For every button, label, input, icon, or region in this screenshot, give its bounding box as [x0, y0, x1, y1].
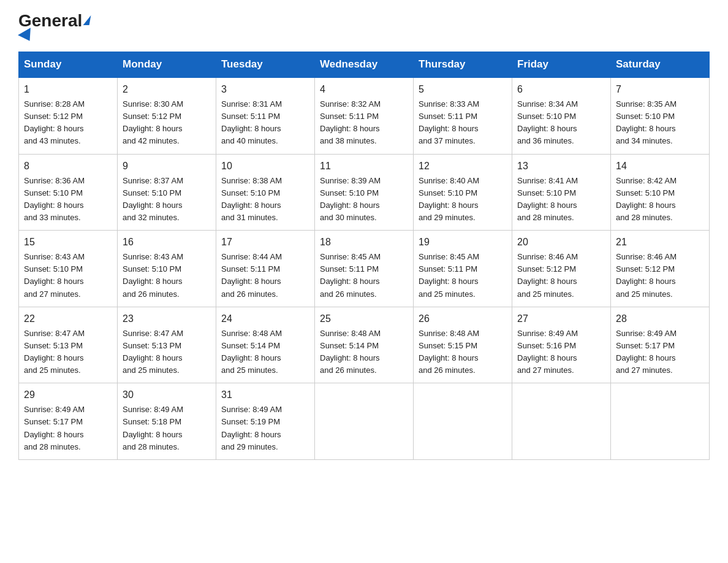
day-number: 20 [517, 235, 605, 250]
calendar-cell: 6 Sunrise: 8:34 AMSunset: 5:10 PMDayligh… [512, 77, 611, 154]
day-number: 8 [24, 159, 112, 174]
calendar-week-row: 22 Sunrise: 8:47 AMSunset: 5:13 PMDaylig… [19, 307, 710, 383]
day-info: Sunrise: 8:47 AMSunset: 5:13 PMDaylight:… [24, 327, 112, 377]
day-number: 13 [517, 159, 605, 174]
calendar-cell: 24 Sunrise: 8:48 AMSunset: 5:14 PMDaylig… [216, 307, 315, 383]
day-number: 26 [419, 312, 507, 326]
calendar-table: SundayMondayTuesdayWednesdayThursdayFrid… [18, 52, 710, 460]
calendar-cell: 31 Sunrise: 8:49 AMSunset: 5:19 PMDaylig… [216, 383, 315, 460]
day-number: 5 [419, 82, 507, 97]
calendar-cell: 3 Sunrise: 8:31 AMSunset: 5:11 PMDayligh… [216, 77, 315, 154]
calendar-cell: 14 Sunrise: 8:42 AMSunset: 5:10 PMDaylig… [611, 154, 710, 231]
calendar-cell: 8 Sunrise: 8:36 AMSunset: 5:10 PMDayligh… [19, 154, 118, 231]
calendar-week-row: 29 Sunrise: 8:49 AMSunset: 5:17 PMDaylig… [19, 383, 710, 460]
day-number: 3 [221, 82, 309, 97]
calendar-cell: 28 Sunrise: 8:49 AMSunset: 5:17 PMDaylig… [611, 307, 710, 383]
day-number: 2 [123, 82, 211, 97]
day-number: 28 [616, 312, 704, 326]
col-header-friday: Friday [512, 52, 611, 78]
day-number: 4 [320, 82, 408, 97]
day-info: Sunrise: 8:49 AMSunset: 5:18 PMDaylight:… [123, 404, 211, 453]
calendar-cell: 25 Sunrise: 8:48 AMSunset: 5:14 PMDaylig… [315, 307, 414, 383]
col-header-saturday: Saturday [611, 52, 710, 78]
calendar-cell: 11 Sunrise: 8:39 AMSunset: 5:10 PMDaylig… [315, 154, 414, 231]
day-number: 1 [24, 82, 112, 97]
day-number: 9 [123, 159, 211, 174]
col-header-wednesday: Wednesday [315, 52, 414, 78]
col-header-thursday: Thursday [414, 52, 512, 78]
col-header-sunday: Sunday [19, 52, 118, 78]
calendar-cell: 30 Sunrise: 8:49 AMSunset: 5:18 PMDaylig… [118, 383, 216, 460]
calendar-cell: 5 Sunrise: 8:33 AMSunset: 5:11 PMDayligh… [414, 77, 512, 154]
day-info: Sunrise: 8:41 AMSunset: 5:10 PMDaylight:… [517, 175, 605, 224]
day-number: 31 [221, 388, 309, 402]
calendar-week-row: 8 Sunrise: 8:36 AMSunset: 5:10 PMDayligh… [19, 154, 710, 231]
day-info: Sunrise: 8:32 AMSunset: 5:11 PMDaylight:… [320, 98, 408, 148]
calendar-week-row: 1 Sunrise: 8:28 AMSunset: 5:12 PMDayligh… [19, 77, 710, 154]
day-info: Sunrise: 8:33 AMSunset: 5:11 PMDaylight:… [419, 98, 507, 148]
day-info: Sunrise: 8:34 AMSunset: 5:10 PMDaylight:… [517, 98, 605, 148]
day-info: Sunrise: 8:45 AMSunset: 5:11 PMDaylight:… [419, 251, 507, 301]
day-number: 16 [123, 235, 211, 250]
calendar-cell [611, 383, 710, 460]
calendar-cell: 26 Sunrise: 8:48 AMSunset: 5:15 PMDaylig… [414, 307, 512, 383]
day-info: Sunrise: 8:46 AMSunset: 5:12 PMDaylight:… [616, 251, 704, 301]
calendar-cell: 13 Sunrise: 8:41 AMSunset: 5:10 PMDaylig… [512, 154, 611, 231]
day-number: 21 [616, 235, 704, 250]
day-number: 12 [419, 159, 507, 174]
calendar-cell: 4 Sunrise: 8:32 AMSunset: 5:11 PMDayligh… [315, 77, 414, 154]
day-info: Sunrise: 8:40 AMSunset: 5:10 PMDaylight:… [419, 175, 507, 224]
day-info: Sunrise: 8:48 AMSunset: 5:15 PMDaylight:… [419, 327, 507, 377]
day-info: Sunrise: 8:48 AMSunset: 5:14 PMDaylight:… [221, 327, 309, 377]
day-info: Sunrise: 8:48 AMSunset: 5:14 PMDaylight:… [320, 327, 408, 377]
day-number: 27 [517, 312, 605, 326]
day-info: Sunrise: 8:43 AMSunset: 5:10 PMDaylight:… [24, 251, 112, 301]
calendar-cell: 23 Sunrise: 8:47 AMSunset: 5:13 PMDaylig… [118, 307, 216, 383]
logo-blue-text [18, 29, 34, 40]
day-number: 17 [221, 235, 309, 250]
day-info: Sunrise: 8:44 AMSunset: 5:11 PMDaylight:… [221, 251, 309, 301]
day-number: 11 [320, 159, 408, 174]
calendar-cell: 18 Sunrise: 8:45 AMSunset: 5:11 PMDaylig… [315, 231, 414, 307]
day-info: Sunrise: 8:47 AMSunset: 5:13 PMDaylight:… [123, 327, 211, 377]
day-info: Sunrise: 8:43 AMSunset: 5:10 PMDaylight:… [123, 251, 211, 301]
calendar-cell: 19 Sunrise: 8:45 AMSunset: 5:11 PMDaylig… [414, 231, 512, 307]
calendar-cell: 2 Sunrise: 8:30 AMSunset: 5:12 PMDayligh… [118, 77, 216, 154]
calendar-header-row: SundayMondayTuesdayWednesdayThursdayFrid… [19, 52, 710, 78]
day-info: Sunrise: 8:30 AMSunset: 5:12 PMDaylight:… [123, 98, 211, 148]
day-number: 14 [616, 159, 704, 174]
day-info: Sunrise: 8:36 AMSunset: 5:10 PMDaylight:… [24, 175, 112, 224]
day-info: Sunrise: 8:31 AMSunset: 5:11 PMDaylight:… [221, 98, 309, 148]
day-number: 23 [123, 312, 211, 326]
calendar-cell: 10 Sunrise: 8:38 AMSunset: 5:10 PMDaylig… [216, 154, 315, 231]
day-info: Sunrise: 8:39 AMSunset: 5:10 PMDaylight:… [320, 175, 408, 224]
day-number: 29 [24, 388, 112, 402]
day-number: 10 [221, 159, 309, 174]
day-info: Sunrise: 8:49 AMSunset: 5:19 PMDaylight:… [221, 404, 309, 453]
day-number: 22 [24, 312, 112, 326]
day-info: Sunrise: 8:45 AMSunset: 5:11 PMDaylight:… [320, 251, 408, 301]
col-header-monday: Monday [118, 52, 216, 78]
calendar-cell: 16 Sunrise: 8:43 AMSunset: 5:10 PMDaylig… [118, 231, 216, 307]
calendar-cell: 20 Sunrise: 8:46 AMSunset: 5:12 PMDaylig… [512, 231, 611, 307]
day-info: Sunrise: 8:42 AMSunset: 5:10 PMDaylight:… [616, 175, 704, 224]
day-number: 7 [616, 82, 704, 97]
calendar-cell [512, 383, 611, 460]
day-info: Sunrise: 8:35 AMSunset: 5:10 PMDaylight:… [616, 98, 704, 148]
calendar-cell: 22 Sunrise: 8:47 AMSunset: 5:13 PMDaylig… [19, 307, 118, 383]
day-info: Sunrise: 8:49 AMSunset: 5:17 PMDaylight:… [24, 404, 112, 453]
calendar-cell: 17 Sunrise: 8:44 AMSunset: 5:11 PMDaylig… [216, 231, 315, 307]
logo-general-text: General [18, 12, 90, 29]
logo: General [18, 12, 90, 40]
day-number: 6 [517, 82, 605, 97]
col-header-tuesday: Tuesday [216, 52, 315, 78]
day-number: 18 [320, 235, 408, 250]
calendar-cell: 1 Sunrise: 8:28 AMSunset: 5:12 PMDayligh… [19, 77, 118, 154]
logo-triangle-icon [18, 28, 36, 45]
calendar-cell: 21 Sunrise: 8:46 AMSunset: 5:12 PMDaylig… [611, 231, 710, 307]
day-number: 25 [320, 312, 408, 326]
day-number: 30 [123, 388, 211, 402]
day-number: 24 [221, 312, 309, 326]
calendar-cell: 15 Sunrise: 8:43 AMSunset: 5:10 PMDaylig… [19, 231, 118, 307]
calendar-cell [315, 383, 414, 460]
